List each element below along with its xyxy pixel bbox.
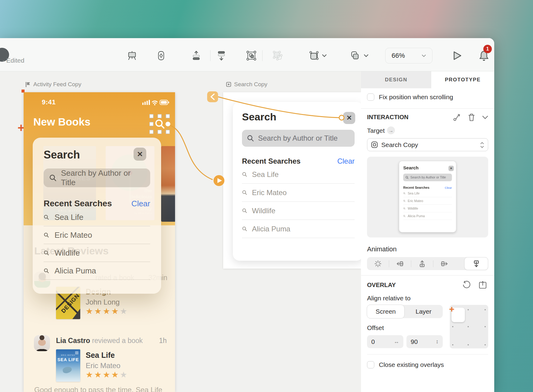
tab-design[interactable]: DESIGN (361, 71, 431, 88)
chevron-down-icon[interactable] (482, 116, 488, 119)
dissolve-icon (374, 260, 382, 267)
selection-handle[interactable] (158, 130, 162, 134)
search-icon (49, 174, 57, 182)
overlay-frame-icon (226, 82, 231, 87)
clear-link[interactable]: Clear (131, 199, 150, 208)
tab-prototype[interactable]: PROTOTYPE (431, 71, 494, 88)
recent-search-item[interactable]: Sea Life (242, 165, 355, 184)
push-left-icon (396, 260, 404, 267)
frame-activity-feed[interactable]: 9:41 New Books HIDDEN TREASURES ERIC MAT… (24, 92, 175, 392)
component-variant-icon[interactable] (154, 48, 168, 63)
book-cover-partial (161, 146, 175, 222)
ungroup-icon (270, 48, 285, 63)
selection-handle[interactable] (150, 114, 154, 118)
canvas[interactable]: Activity Feed Copy Search Copy + 9:41 (0, 71, 361, 392)
recent-search-item[interactable]: Sea Life (44, 208, 150, 226)
clear-link[interactable]: Clear (337, 157, 355, 165)
divider (361, 108, 494, 109)
connection-icon[interactable] (453, 113, 461, 122)
book-author: John Long (86, 298, 120, 306)
target-select[interactable]: Search Copy (367, 138, 488, 151)
checkbox-unchecked[interactable] (367, 361, 374, 368)
chevron-down-icon[interactable] (320, 48, 328, 63)
divider (367, 354, 488, 354)
interaction-section-title: INTERACTION (367, 114, 409, 121)
prototype-connector-dot[interactable] (166, 122, 170, 126)
frame-preset-icon[interactable] (306, 48, 321, 63)
recent-search-item[interactable]: Wildlife (44, 244, 150, 262)
search-icon (242, 190, 247, 195)
close-button[interactable]: ✕ (134, 148, 146, 161)
animation-push-up[interactable] (411, 260, 433, 268)
bring-forward-icon[interactable] (189, 48, 204, 63)
review-time: 1h (159, 337, 167, 345)
frame-label-search-copy[interactable]: Search Copy (226, 81, 267, 88)
offset-label: Offset (367, 324, 384, 332)
chevron-down-icon (422, 54, 426, 57)
recent-search-item[interactable]: Alicia Puma (242, 220, 355, 238)
card-title: Search (242, 111, 354, 123)
review-snippet: Good enough to pass the time. Sea Life (34, 386, 167, 392)
selection-handle[interactable] (166, 130, 170, 134)
flag-icon (25, 82, 31, 87)
stepper-icon[interactable] (480, 142, 484, 148)
search-input[interactable]: Search by Author or Title (44, 168, 150, 187)
toolbar-divider (262, 50, 263, 61)
offset-x-input[interactable]: 0↔ (367, 335, 403, 348)
overlay-position-widget[interactable]: + (450, 305, 488, 348)
wire-play-badge (214, 175, 224, 186)
book-title: Sea Life (86, 351, 115, 360)
animation-push-left[interactable] (389, 260, 411, 267)
search-input[interactable]: Search by Author or Title (242, 130, 355, 147)
divider (361, 275, 494, 276)
horizontal-arrows-icon: ↔ (394, 338, 399, 345)
star-rating: ★★★★★ (86, 370, 128, 380)
frame-label-activity-feed[interactable]: Activity Feed Copy (25, 81, 81, 88)
selection-handle[interactable] (158, 114, 162, 118)
reset-icon[interactable] (462, 281, 471, 289)
close-button[interactable]: ✕ (343, 112, 355, 124)
avatar (34, 335, 50, 351)
present-easel-icon[interactable] (125, 48, 139, 63)
recent-search-item[interactable]: Eric Mateo (242, 184, 355, 202)
desktop: - Edited (0, 0, 533, 392)
status-bar: 9:41 (24, 96, 175, 107)
book-author: Eric Mateo (86, 361, 121, 370)
status-time: 9:41 (42, 98, 56, 106)
position-cursor: + (449, 306, 455, 312)
animation-push-right[interactable] (433, 260, 455, 267)
chevron-down-icon[interactable] (362, 48, 370, 63)
animation-dissolve[interactable] (367, 260, 389, 267)
fix-position-checkbox-row[interactable]: Fix position when scrolling (367, 93, 453, 101)
recent-search-item[interactable]: Alicia Puma (44, 262, 150, 280)
boolean-group-icon[interactable] (348, 48, 362, 63)
notification-badge: 1 (483, 45, 492, 53)
selected-search-icon[interactable] (151, 116, 168, 132)
align-option-screen[interactable]: Screen (367, 305, 405, 318)
checkbox-unchecked[interactable] (367, 93, 374, 101)
recent-search-item[interactable]: Wildlife (242, 202, 355, 220)
animation-push-down-selected[interactable] (464, 257, 488, 270)
close-existing-checkbox-row[interactable]: Close existing overlays (367, 361, 444, 368)
inspector-tabs: DESIGN PROTOTYPE (361, 71, 494, 88)
group-selection-icon[interactable] (244, 48, 259, 63)
selection-handle[interactable] (166, 114, 170, 118)
selection-handle[interactable] (150, 130, 154, 134)
selection-handle[interactable] (150, 122, 154, 126)
align-option-layer[interactable]: Layer (404, 305, 443, 318)
open-overlay-icon[interactable] (478, 281, 487, 289)
zoom-dropdown[interactable]: 66% (385, 48, 432, 64)
target-arrow-icon[interactable]: → (387, 126, 395, 134)
align-segmented-control: Screen Layer (367, 305, 443, 318)
frame-search-copy[interactable]: Search ✕ Search by Author or Title Recen… (223, 92, 361, 269)
offset-y-input[interactable]: 90↕ (406, 335, 443, 348)
play-button[interactable] (450, 48, 465, 63)
recent-search-item[interactable]: Eric Mateo (44, 226, 150, 244)
review-user-line: Lia Castro reviewed a book (56, 337, 143, 345)
overlay-position-chip[interactable]: + (452, 308, 465, 322)
toolbar-divider (210, 50, 210, 61)
send-backward-icon[interactable] (214, 48, 229, 63)
search-icon (242, 226, 247, 231)
delete-interaction-icon[interactable] (468, 113, 475, 122)
notifications-bell[interactable]: 1 (477, 48, 491, 63)
